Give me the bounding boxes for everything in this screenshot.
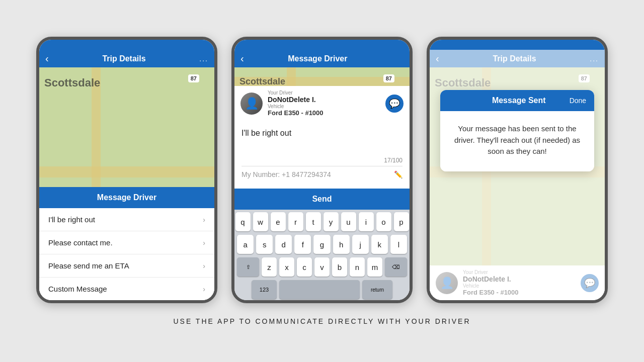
trip-header-title-1: Trip Details xyxy=(49,54,200,63)
key-h[interactable]: h xyxy=(333,235,350,254)
sent-modal-header: Message Sent Done xyxy=(440,90,594,111)
phone-screen1: ‹ Trip Details ... Scottsdale 87 👤 Your … xyxy=(36,37,217,303)
keyboard-row-4: 123 return xyxy=(234,278,410,300)
key-o[interactable]: o xyxy=(376,212,391,231)
key-s[interactable]: s xyxy=(256,235,273,254)
menu-item-label-1: I'll be right out xyxy=(48,215,95,224)
keyboard-row-1: q w e r t y u i o p xyxy=(234,210,410,232)
sent-overlay: Message Sent Done Your message has been … xyxy=(430,50,605,300)
avatar-img-2: 👤 xyxy=(240,93,263,115)
driver-strip-2: 👤 Your Driver DoNotDelete I. Vehicle For… xyxy=(234,86,410,121)
driver-name-2: DoNotDelete I. xyxy=(268,96,380,104)
phone-content-3: ‹ Trip Details ... Scottsdale 87 👤 Your … xyxy=(430,50,605,300)
key-f[interactable]: f xyxy=(294,235,311,254)
key-return[interactable]: return xyxy=(362,280,392,299)
chevron-icon-2: › xyxy=(203,239,205,247)
sent-modal-body: Your message has been sent to the driver… xyxy=(440,111,594,171)
key-a[interactable]: a xyxy=(237,235,254,254)
message-menu-header-1: Message Driver xyxy=(39,187,214,208)
key-t[interactable]: t xyxy=(306,212,321,231)
key-w[interactable]: w xyxy=(253,212,268,231)
key-z[interactable]: z xyxy=(262,257,277,277)
message-menu-1: Message Driver I'll be right out › Pleas… xyxy=(39,187,214,300)
driver-label-2: Your Driver xyxy=(268,90,380,96)
chevron-icon-4: › xyxy=(203,285,205,293)
chat-button-2[interactable]: 💬 xyxy=(385,95,404,113)
char-count: 17/100 xyxy=(242,157,403,166)
map-badge-2: 87 xyxy=(383,74,394,82)
key-m[interactable]: m xyxy=(367,257,382,277)
key-d[interactable]: d xyxy=(275,235,292,254)
key-n[interactable]: n xyxy=(350,257,365,277)
status-bar-3 xyxy=(430,40,605,50)
map-label-2: Scottsdale xyxy=(239,76,285,86)
map-road-v-2 xyxy=(287,67,296,86)
screens-row: ‹ Trip Details ... Scottsdale 87 👤 Your … xyxy=(36,37,608,303)
vehicle-label-2: Vehicle xyxy=(268,104,380,109)
key-g[interactable]: g xyxy=(313,235,330,254)
sent-modal: Message Sent Done Your message has been … xyxy=(440,90,594,171)
key-v[interactable]: v xyxy=(314,257,330,277)
key-y[interactable]: y xyxy=(324,212,339,231)
menu-item-label-4: Custom Message xyxy=(48,285,107,293)
menu-item-label-3: Please send me an ETA xyxy=(48,261,129,270)
menu-item-4[interactable]: Custom Message › xyxy=(39,278,214,300)
done-button[interactable]: Done xyxy=(570,97,586,105)
trip-header-1: ‹ Trip Details ... xyxy=(39,50,214,67)
keyboard-row-3: ⇧ z x c v b n m ⌫ xyxy=(234,255,410,278)
compose-body: I'll be right out 17/100 My Number: +1 8… xyxy=(234,121,410,189)
trip-header-title-2: Message Driver xyxy=(244,54,391,63)
more-icon-1[interactable]: ... xyxy=(199,55,208,63)
key-j[interactable]: j xyxy=(352,235,369,254)
sent-modal-title: Message Sent xyxy=(468,96,570,105)
chevron-icon-1: › xyxy=(203,216,205,224)
chevron-icon-3: › xyxy=(203,262,205,270)
key-space[interactable] xyxy=(279,280,360,299)
status-bar-2 xyxy=(234,40,410,50)
menu-item-2[interactable]: Please contact me. › xyxy=(39,231,214,254)
key-backspace[interactable]: ⌫ xyxy=(385,257,407,277)
key-x[interactable]: x xyxy=(279,257,294,277)
menu-item-3[interactable]: Please send me an ETA › xyxy=(39,254,214,278)
map-road-h-1 xyxy=(39,166,214,177)
phone-number-text: My Number: +1 8477294374 xyxy=(242,170,331,178)
phone-content-2: ‹ Message Driver Scottsdale 87 👤 Your Dr… xyxy=(234,50,410,300)
key-numbers[interactable]: 123 xyxy=(252,280,277,299)
key-l[interactable]: l xyxy=(390,235,407,254)
map-label-1: Scottsdale xyxy=(44,76,100,89)
menu-item-label-2: Please contact me. xyxy=(48,238,113,247)
phone-screen3: ‹ Trip Details ... Scottsdale 87 👤 Your … xyxy=(427,37,608,303)
trip-header-2: ‹ Message Driver xyxy=(234,50,410,67)
key-k[interactable]: k xyxy=(371,235,388,254)
key-u[interactable]: u xyxy=(341,212,356,231)
status-bar-1 xyxy=(39,40,214,50)
keyboard: q w e r t y u i o p a s d f g h xyxy=(234,210,410,300)
driver-info-2: Your Driver DoNotDelete I. Vehicle Ford … xyxy=(268,90,380,117)
map-badge-1: 87 xyxy=(188,74,199,82)
keyboard-row-2: a s d f g h j k l xyxy=(234,232,410,255)
key-q[interactable]: q xyxy=(235,212,251,231)
edit-icon[interactable]: ✏️ xyxy=(394,170,403,178)
message-textarea[interactable]: I'll be right out xyxy=(242,127,403,157)
phone-number-row: My Number: +1 8477294374 ✏️ xyxy=(242,166,403,183)
vehicle-2: Ford E350 - #1000 xyxy=(268,109,380,117)
key-p[interactable]: p xyxy=(394,212,409,231)
key-e[interactable]: e xyxy=(271,212,286,231)
key-i[interactable]: i xyxy=(359,212,374,231)
send-button[interactable]: Send xyxy=(234,189,410,210)
key-b[interactable]: b xyxy=(332,257,347,277)
back-icon-2[interactable]: ‹ xyxy=(240,53,244,64)
avatar-2: 👤 xyxy=(240,93,263,115)
key-shift[interactable]: ⇧ xyxy=(237,257,259,277)
back-icon-1[interactable]: ‹ xyxy=(45,53,49,64)
menu-item-1[interactable]: I'll be right out › xyxy=(39,208,214,231)
phone-content-1: ‹ Trip Details ... Scottsdale 87 👤 Your … xyxy=(39,50,214,300)
footer-text: USE THE APP TO COMMUNICATE DIRECTLY WITH… xyxy=(173,317,470,325)
map-area-2: Scottsdale 87 xyxy=(234,67,410,86)
phone-screen2: ‹ Message Driver Scottsdale 87 👤 Your Dr… xyxy=(231,37,413,303)
key-r[interactable]: r xyxy=(288,212,303,231)
message-menu-overlay-1: Message Driver I'll be right out › Pleas… xyxy=(39,187,214,300)
key-c[interactable]: c xyxy=(297,257,312,277)
